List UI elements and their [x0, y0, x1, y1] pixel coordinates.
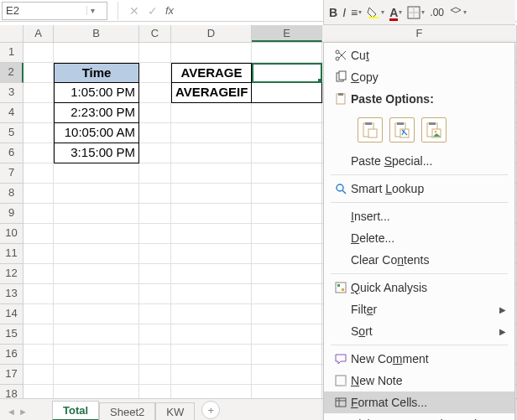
cell[interactable]	[24, 143, 54, 163]
ctx-paste-special[interactable]: Paste Special...	[324, 150, 514, 172]
col-head-E[interactable]: E	[252, 25, 322, 42]
cell[interactable]	[252, 284, 322, 304]
cell[interactable]	[24, 43, 54, 63]
decimal-button[interactable]: .00	[430, 7, 444, 18]
cell[interactable]	[139, 143, 171, 163]
cell[interactable]	[252, 184, 322, 204]
italic-button[interactable]: I	[342, 6, 346, 19]
cell-B4[interactable]: 2:23:00 PM	[54, 103, 139, 123]
ctx-quick-analysis[interactable]: Quick Analysis	[324, 277, 514, 298]
ctx-copy[interactable]: Copy	[324, 66, 514, 88]
cell[interactable]	[139, 385, 171, 398]
borders-button[interactable]: ▾	[407, 6, 425, 19]
cell[interactable]	[54, 345, 139, 365]
row-head-10[interactable]: 10	[0, 224, 24, 244]
cell-B3[interactable]: 1:05:00 PM	[54, 83, 139, 103]
cell[interactable]	[252, 365, 322, 385]
cell[interactable]	[139, 63, 171, 83]
cell[interactable]	[54, 264, 139, 284]
cell[interactable]	[139, 365, 171, 385]
cell[interactable]	[54, 163, 139, 184]
cell[interactable]	[24, 264, 54, 284]
fill-color-button[interactable]: ▾	[367, 6, 384, 19]
tab-total[interactable]: Total	[52, 401, 99, 420]
cell[interactable]	[171, 224, 252, 244]
cell[interactable]	[252, 204, 322, 224]
cell[interactable]	[171, 43, 252, 63]
cell[interactable]	[171, 163, 252, 184]
cell-B6[interactable]: 3:15:00 PM	[54, 143, 139, 163]
col-head-B[interactable]: B	[54, 25, 139, 42]
cell[interactable]	[252, 385, 322, 398]
tab-sheet2[interactable]: Sheet2	[99, 402, 155, 420]
cell[interactable]	[139, 123, 171, 143]
paste-option-picture[interactable]	[421, 117, 446, 143]
align-button[interactable]: ≡▾	[351, 6, 362, 19]
col-head-C[interactable]: C	[139, 25, 171, 42]
sheet-nav[interactable]: ◄ ►	[7, 407, 28, 417]
cell-D2[interactable]: AVERAGE	[171, 63, 252, 83]
row-head-16[interactable]: 16	[0, 345, 24, 365]
cell[interactable]	[171, 304, 252, 324]
cell[interactable]	[54, 365, 139, 385]
cell[interactable]	[139, 345, 171, 365]
cell[interactable]	[171, 264, 252, 284]
bold-button[interactable]: B	[329, 6, 337, 19]
cell[interactable]	[54, 304, 139, 324]
cell[interactable]	[252, 264, 322, 284]
cell-D3[interactable]: AVERAGEIF	[171, 83, 252, 103]
cell[interactable]	[252, 324, 322, 345]
ctx-cut[interactable]: Cut	[324, 44, 514, 66]
cell[interactable]	[139, 324, 171, 345]
cell[interactable]	[171, 184, 252, 204]
col-head-F[interactable]: F	[322, 25, 517, 42]
format-button[interactable]: ▾	[449, 6, 467, 19]
cell[interactable]	[252, 304, 322, 324]
cell[interactable]	[171, 103, 252, 123]
cell[interactable]	[139, 83, 171, 103]
cell[interactable]	[54, 43, 139, 63]
cell[interactable]	[24, 204, 54, 224]
cell[interactable]	[54, 284, 139, 304]
row-head-8[interactable]: 8	[0, 184, 24, 204]
cell[interactable]	[139, 204, 171, 224]
cell-E3[interactable]	[252, 83, 322, 103]
row-head-2[interactable]: 2	[0, 63, 24, 83]
row-head-17[interactable]: 17	[0, 365, 24, 385]
cell[interactable]	[24, 244, 54, 264]
cell[interactable]	[252, 143, 322, 163]
cell[interactable]	[252, 244, 322, 264]
ctx-filter[interactable]: Filter ▶	[324, 298, 514, 320]
row-head-18[interactable]: 18	[0, 385, 24, 398]
cell[interactable]	[139, 244, 171, 264]
ctx-sort[interactable]: Sort ▶	[324, 320, 514, 342]
cell[interactable]	[252, 345, 322, 365]
cell[interactable]	[171, 385, 252, 398]
cell[interactable]	[24, 324, 54, 345]
cell[interactable]	[171, 143, 252, 163]
ctx-delete[interactable]: Delete...	[324, 227, 514, 249]
select-all-corner[interactable]	[0, 25, 24, 42]
cell[interactable]	[139, 284, 171, 304]
cell[interactable]	[54, 324, 139, 345]
ctx-insert[interactable]: Insert...	[324, 205, 514, 227]
cell-E2-active[interactable]	[252, 63, 322, 83]
cell[interactable]	[252, 163, 322, 184]
row-head-9[interactable]: 9	[0, 204, 24, 224]
cell[interactable]	[24, 184, 54, 204]
cell-B5[interactable]: 10:05:00 AM	[54, 123, 139, 143]
row-head-5[interactable]: 5	[0, 123, 24, 143]
row-head-13[interactable]: 13	[0, 284, 24, 304]
font-color-button[interactable]: A▾	[389, 6, 402, 19]
ctx-pick-from-list[interactable]: Pick From Drop-down List...	[324, 413, 514, 420]
ctx-format-cells[interactable]: Format Cells...	[324, 391, 514, 413]
cell[interactable]	[139, 184, 171, 204]
cell[interactable]	[171, 244, 252, 264]
cell[interactable]	[171, 284, 252, 304]
cell[interactable]	[24, 224, 54, 244]
cell[interactable]	[24, 123, 54, 143]
ctx-new-note[interactable]: New Note	[324, 370, 514, 391]
cell[interactable]	[24, 103, 54, 123]
ctx-clear-contents[interactable]: Clear Contents	[324, 249, 514, 271]
name-box[interactable]: ▾	[2, 2, 107, 20]
